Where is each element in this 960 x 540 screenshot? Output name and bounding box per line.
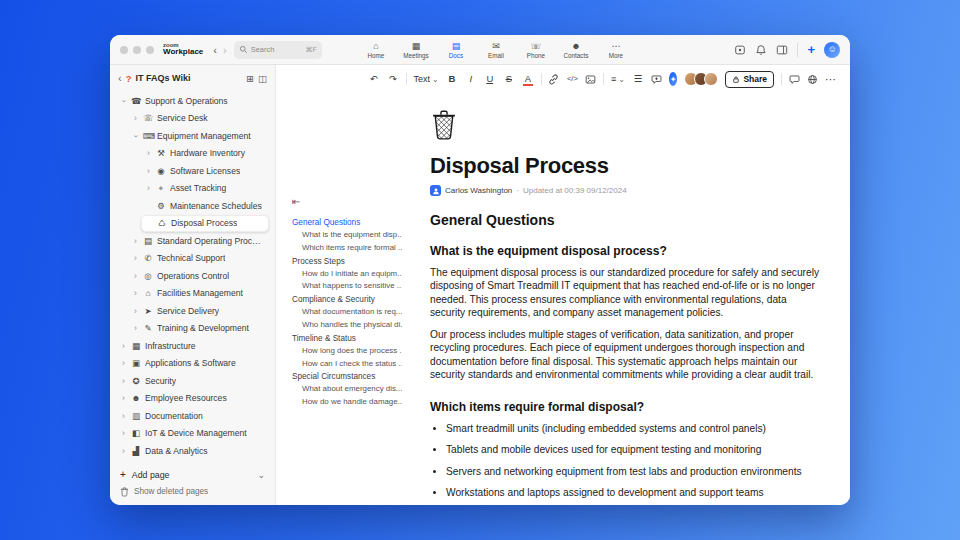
outline-item[interactable]: Which items require formal ... (292, 242, 402, 255)
text-style-dropdown[interactable]: Text ⌄ (414, 74, 439, 84)
outline-section-timeline-status[interactable]: Timeline & Status (292, 332, 402, 345)
sidebar-item-employee-resources[interactable]: › ☻ Employee Resources (116, 390, 269, 408)
sidebar-item-support-operations[interactable]: › ☎ Support & Operations (116, 92, 269, 110)
sidebar-item-data-analytics[interactable]: › ▟ Data & Analytics (116, 442, 269, 460)
sidebar-item-operations-control[interactable]: › ◎ Operations Control (128, 267, 269, 285)
outline-item[interactable]: How long does the process ... (292, 345, 402, 358)
chevron-right-icon[interactable]: › (145, 167, 152, 176)
sidebar-item-disposal-process[interactable]: ♺ Disposal Process (141, 215, 269, 233)
sidebar-back-button[interactable]: ‹ (118, 72, 122, 84)
sidebar-item-standard-operating-procedures[interactable]: › ▤ Standard Operating Procedures (128, 232, 269, 250)
tab-meetings[interactable]: ▦ Meetings (403, 42, 429, 59)
minimize-button[interactable] (133, 46, 141, 54)
chevron-down-icon[interactable]: › (119, 97, 128, 104)
sidebar-item-infrastructure[interactable]: › ▦ Infrastructure (116, 337, 269, 355)
tab-email[interactable]: ✉ Email (483, 42, 509, 59)
notifications-bell-icon[interactable] (755, 44, 767, 56)
share-button[interactable]: Share (725, 71, 774, 88)
sidebar-item-applications-software[interactable]: › ▣ Applications & Software (116, 355, 269, 373)
chevron-right-icon[interactable]: › (145, 184, 152, 193)
sidebar-item-asset-tracking[interactable]: › ⌖ Asset Tracking (141, 180, 269, 198)
align-dropdown[interactable]: ≡ ⌄ (611, 74, 625, 84)
add-page-button[interactable]: + Add page ⌄ (120, 467, 265, 482)
collaborator-avatars[interactable] (684, 72, 718, 86)
more-options-button[interactable]: ⋯ (825, 74, 836, 85)
history-forward-button[interactable]: › (220, 44, 230, 56)
history-back-button[interactable]: ‹ (210, 44, 220, 56)
chevron-right-icon[interactable]: › (120, 394, 127, 403)
chevron-right-icon[interactable]: › (120, 377, 127, 386)
chevron-right-icon[interactable]: › (120, 412, 127, 421)
outline-section-special-circumstances[interactable]: Special Circumstances (292, 370, 402, 383)
bold-button[interactable]: B (446, 74, 458, 84)
chevron-down-icon[interactable]: › (131, 132, 140, 139)
chevron-right-icon[interactable]: › (120, 359, 127, 368)
sidebar-item-iot-device-management[interactable]: › ◧ IoT & Device Management (116, 425, 269, 443)
globe-icon[interactable] (807, 74, 818, 85)
chevron-right-icon[interactable]: › (120, 429, 127, 438)
comments-icon[interactable] (789, 74, 800, 85)
list-button[interactable]: ☰ (632, 74, 644, 84)
toggle-panel-icon[interactable] (776, 44, 788, 56)
sidebar-item-service-delivery[interactable]: › ➤ Service Delivery (128, 302, 269, 320)
outline-item[interactable]: What about emergency dis... (292, 383, 402, 396)
image-icon[interactable] (585, 74, 596, 85)
sidebar-item-facilities-management[interactable]: › ⌂ Facilities Management (128, 285, 269, 303)
sidebar-item-software-licenses[interactable]: › ◉ Software Licenses (141, 162, 269, 180)
redo-button[interactable]: ↷ (387, 74, 399, 84)
sidebar-item-documentation[interactable]: › ▥ Documentation (116, 407, 269, 425)
outline-section-process-steps[interactable]: Process Steps (292, 255, 402, 268)
outline-item[interactable]: How do I initiate an equipm... (292, 268, 402, 281)
sidebar-item-technical-support[interactable]: › ✆ Technical Support (128, 250, 269, 268)
sidebar-item-maintenance-schedules[interactable]: ⚙ Maintenance Schedules (141, 197, 269, 215)
outline-item[interactable]: How can I check the status ... (292, 358, 402, 371)
user-avatar[interactable]: ☺ (824, 42, 840, 58)
tab-phone[interactable]: ☏ Phone (523, 42, 549, 59)
outline-section-general-questions[interactable]: General Questions (292, 216, 402, 229)
chevron-right-icon[interactable]: › (132, 307, 139, 316)
outline-item[interactable]: Who handles the physical di... (292, 319, 402, 332)
undo-button[interactable]: ↶ (368, 74, 380, 84)
close-button[interactable] (120, 46, 128, 54)
outline-item[interactable]: How do we handle damage... (292, 396, 402, 409)
show-deleted-pages-button[interactable]: Show deleted pages (120, 486, 265, 497)
collaborator-avatar[interactable] (704, 72, 718, 86)
chevron-right-icon[interactable]: › (132, 237, 139, 246)
chevron-right-icon[interactable]: › (132, 114, 139, 123)
collapse-sidebar-icon[interactable]: ◫ (258, 73, 267, 84)
underline-button[interactable]: U (484, 74, 496, 84)
sidebar-item-training-development[interactable]: › ✎ Training & Development (128, 320, 269, 338)
tab-more[interactable]: ⋯ More (603, 42, 629, 59)
chevron-right-icon[interactable]: › (145, 149, 152, 158)
chevron-right-icon[interactable]: › (132, 289, 139, 298)
tab-home[interactable]: ⌂ Home (363, 42, 389, 59)
sidebar-item-equipment-management[interactable]: › ⌨ Equipment Management (128, 127, 269, 145)
text-color-button[interactable]: A (522, 74, 534, 84)
collapse-outline-icon[interactable]: ⇤ (292, 197, 402, 207)
ai-companion-button[interactable]: ✦ (669, 72, 677, 86)
sidebar-item-security[interactable]: › ✪ Security (116, 372, 269, 390)
maximize-button[interactable] (146, 46, 154, 54)
global-search-input[interactable]: Search ⌘F (234, 41, 322, 59)
new-page-icon[interactable]: ⊞ (246, 73, 254, 84)
chevron-right-icon[interactable]: › (132, 324, 139, 333)
outline-section-compliance-security[interactable]: Compliance & Security (292, 293, 402, 306)
sidebar-item-service-desk[interactable]: › ☏ Service Desk (128, 110, 269, 128)
add-comment-icon[interactable] (651, 74, 662, 85)
strikethrough-button[interactable]: S (503, 74, 515, 84)
outline-item[interactable]: What is the equipment disp... (292, 229, 402, 242)
sidebar-item-hardware-inventory[interactable]: › ⚒ Hardware Inventory (141, 145, 269, 163)
chevron-right-icon[interactable]: › (120, 447, 127, 456)
outline-item[interactable]: What documentation is req... (292, 306, 402, 319)
italic-button[interactable]: I (465, 74, 477, 84)
link-icon[interactable] (548, 74, 559, 85)
chevron-down-icon[interactable]: ⌄ (257, 470, 265, 480)
tab-docs[interactable]: ▤ Docs (443, 42, 469, 59)
clips-icon[interactable] (734, 44, 746, 56)
document-trash-emoji-icon[interactable] (430, 107, 824, 145)
chevron-right-icon[interactable]: › (132, 254, 139, 263)
chevron-right-icon[interactable]: › (120, 342, 127, 351)
tab-contacts[interactable]: ☻ Contacts (563, 42, 589, 59)
outline-item[interactable]: What happens to sensitive ... (292, 280, 402, 293)
add-new-button[interactable]: + (807, 43, 815, 56)
